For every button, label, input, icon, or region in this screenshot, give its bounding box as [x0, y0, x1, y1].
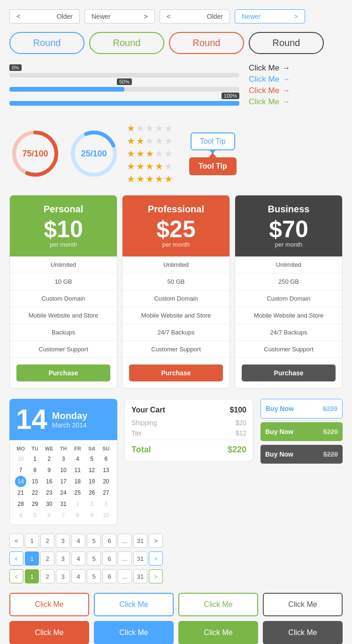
page-next-1[interactable]: > [149, 534, 163, 548]
round-btn-green[interactable]: Round [89, 32, 164, 54]
btn-outline-orange[interactable]: Click Me [9, 593, 89, 616]
page-4-1[interactable]: 4 [71, 534, 85, 548]
cal-cell[interactable]: 8 [28, 465, 42, 476]
cal-cell[interactable]: 2 [84, 498, 99, 510]
cal-cell[interactable]: 29 [28, 498, 42, 510]
cal-cell[interactable]: 4 [70, 453, 84, 465]
cal-cell[interactable]: 24 [56, 487, 70, 498]
page-4-2[interactable]: 4 [71, 551, 85, 566]
page-3-2[interactable]: 3 [56, 551, 70, 566]
cal-cell[interactable]: 31 [56, 498, 70, 510]
cal-cell[interactable]: 15 [28, 476, 42, 487]
cal-cell[interactable]: 13 [99, 465, 113, 476]
purchase-btn-personal[interactable]: Purchase [16, 365, 110, 381]
page-2-2[interactable]: 2 [40, 551, 54, 566]
cal-cell[interactable]: 9 [42, 465, 56, 476]
older-btn-2[interactable]: < Older [160, 9, 230, 23]
cal-cell[interactable]: 3 [99, 498, 113, 510]
cal-cell[interactable]: 20 [99, 476, 113, 487]
page-5-1[interactable]: 5 [87, 534, 101, 548]
cal-cell[interactable]: 6 [42, 510, 56, 521]
cal-cell[interactable]: 6 [99, 453, 113, 465]
cal-cell[interactable]: 27 [99, 487, 113, 498]
cal-cell[interactable]: 30 [42, 498, 56, 510]
page-6-3[interactable]: 6 [102, 569, 116, 583]
page-1-3[interactable]: 1 [25, 569, 39, 583]
purchase-btn-professional[interactable]: Purchase [129, 365, 223, 381]
cal-cell[interactable]: 5 [84, 453, 99, 465]
page-ellipsis-2[interactable]: ... [118, 551, 132, 566]
buy-now-btn-dark[interactable]: Buy Now $220 [260, 445, 343, 464]
older-btn-1[interactable]: < Older [9, 9, 80, 23]
btn-solid-orange-1[interactable]: Click Me [9, 621, 89, 644]
page-prev-3[interactable]: < [9, 569, 23, 583]
page-31-2[interactable]: 31 [133, 551, 147, 566]
cal-cell[interactable]: 30 [14, 453, 28, 465]
btn-solid-dark-1[interactable]: Click Me [263, 621, 343, 644]
purchase-btn-business[interactable]: Purchase [242, 365, 336, 381]
cal-cell[interactable]: 16 [42, 476, 56, 487]
page-1-1[interactable]: 1 [25, 534, 39, 548]
cal-cell[interactable]: 7 [56, 510, 70, 521]
btn-solid-green-1[interactable]: Click Me [178, 621, 258, 644]
round-btn-orange[interactable]: Round [169, 32, 244, 54]
page-4-3[interactable]: 4 [71, 569, 85, 583]
page-31-1[interactable]: 31 [133, 534, 147, 548]
page-3-3[interactable]: 3 [56, 569, 70, 583]
cal-cell[interactable]: 2 [42, 453, 56, 465]
cal-cell[interactable]: 12 [84, 465, 99, 476]
cal-cell[interactable]: 11 [70, 465, 84, 476]
cal-cell[interactable]: 3 [56, 453, 70, 465]
page-prev-2[interactable]: < [9, 551, 23, 566]
cal-cell[interactable]: 5 [28, 510, 42, 521]
cal-cell[interactable]: 18 [70, 476, 84, 487]
page-next-2[interactable]: > [149, 551, 163, 566]
star-row-1: ★ ★ ★ ★ ★ [127, 123, 173, 134]
newer-btn-2[interactable]: Newer > [235, 9, 305, 23]
page-5-3[interactable]: 5 [87, 569, 101, 583]
page-6-2[interactable]: 6 [102, 551, 116, 566]
page-ellipsis-3[interactable]: ... [118, 569, 132, 583]
cart-tax: Tax $12 [131, 429, 246, 437]
cal-cell[interactable]: 28 [14, 498, 28, 510]
page-6-1[interactable]: 6 [102, 534, 116, 548]
click-link-red[interactable]: Click Me → [249, 86, 343, 95]
click-link-green[interactable]: Click Me → [249, 97, 343, 107]
btn-outline-green[interactable]: Click Me [178, 593, 258, 616]
cal-cell[interactable]: 26 [84, 487, 99, 498]
btn-outline-dark[interactable]: Click Me [263, 593, 343, 616]
cal-cell[interactable]: 23 [42, 487, 56, 498]
cal-cell[interactable]: 25 [70, 487, 84, 498]
cal-cell[interactable]: 10 [99, 510, 113, 521]
cal-cell[interactable]: 4 [14, 510, 28, 521]
cal-cell[interactable]: 1 [70, 498, 84, 510]
buy-now-btn-outline[interactable]: Buy Now $220 [260, 399, 343, 419]
newer-btn-1[interactable]: Newer > [84, 9, 155, 23]
cal-cell[interactable]: 22 [28, 487, 42, 498]
page-5-2[interactable]: 5 [87, 551, 101, 566]
btn-solid-blue-1[interactable]: Click Me [94, 621, 174, 644]
page-3-1[interactable]: 3 [56, 534, 70, 548]
cal-cell-today[interactable]: 14 [15, 476, 26, 487]
page-1-2[interactable]: 1 [25, 551, 39, 566]
cal-cell[interactable]: 10 [56, 465, 70, 476]
cal-cell[interactable]: 9 [84, 510, 99, 521]
page-next-3[interactable]: > [149, 569, 163, 583]
cal-cell[interactable]: 19 [84, 476, 99, 487]
click-link-blue[interactable]: Click Me → [249, 75, 343, 84]
cal-cell[interactable]: 21 [14, 487, 28, 498]
click-link-black[interactable]: Click Me → [249, 63, 343, 73]
btn-outline-blue[interactable]: Click Me [94, 593, 174, 616]
cal-cell[interactable]: 8 [70, 510, 84, 521]
buy-now-btn-green[interactable]: Buy Now $220 [260, 422, 343, 441]
round-btn-dark[interactable]: Round [249, 32, 324, 54]
page-prev-1[interactable]: < [9, 534, 23, 548]
cal-cell[interactable]: 1 [28, 453, 42, 465]
page-2-1[interactable]: 2 [40, 534, 54, 548]
round-btn-blue[interactable]: Round [9, 32, 84, 54]
cal-cell[interactable]: 7 [14, 465, 28, 476]
cal-cell[interactable]: 17 [56, 476, 70, 487]
page-31-3[interactable]: 31 [133, 569, 147, 583]
page-2-3[interactable]: 2 [40, 569, 54, 583]
page-ellipsis-1[interactable]: ... [118, 534, 132, 548]
